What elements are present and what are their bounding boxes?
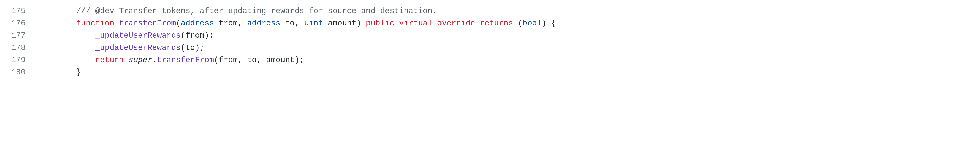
token [323, 19, 328, 28]
token [115, 19, 119, 28]
token [432, 19, 437, 28]
indent [38, 6, 76, 16]
line-number: 176 [0, 17, 38, 30]
token: ) { [542, 19, 556, 28]
code-content: /// @dev Transfer tokens, after updating… [38, 5, 980, 17]
token: , [295, 19, 304, 28]
token [124, 55, 129, 65]
token: to [285, 19, 294, 28]
code-content: _updateUserRewards(from); [38, 30, 980, 42]
code-line: 176 function transferFrom(address from, … [0, 17, 980, 30]
code-content: } [38, 66, 980, 78]
code-line: 175 /// @dev Transfer tokens, after upda… [0, 5, 980, 17]
line-number: 175 [0, 5, 38, 17]
code-content: return super.transferFrom(from, to, amou… [38, 54, 980, 66]
token: (to); [181, 43, 204, 52]
token: address [181, 19, 214, 28]
token [280, 19, 285, 28]
line-number: 177 [0, 30, 38, 42]
token: } [76, 68, 81, 77]
token: transferFrom [157, 55, 214, 65]
token: transferFrom [119, 19, 176, 28]
token: bool [523, 19, 542, 28]
token [513, 19, 518, 28]
token: return [95, 55, 124, 65]
indent [38, 43, 95, 52]
token: virtual [399, 19, 432, 28]
code-block: 175 /// @dev Transfer tokens, after upda… [0, 0, 980, 84]
token [394, 19, 399, 28]
indent [38, 31, 95, 40]
token: override [437, 19, 475, 28]
token: public [366, 19, 395, 28]
token: ) [356, 19, 366, 28]
token: (from, to, amount); [214, 55, 304, 65]
token: address [247, 19, 280, 28]
code-line: 177 _updateUserRewards(from); [0, 30, 980, 42]
code-line: 179 return super.transferFrom(from, to, … [0, 54, 980, 66]
token: ( [176, 19, 181, 28]
token: _updateUserRewards [95, 43, 181, 52]
token: amount [328, 19, 356, 28]
token: super [128, 55, 152, 65]
token: function [76, 19, 115, 28]
indent [38, 55, 95, 65]
code-content: _updateUserRewards(to); [38, 42, 980, 54]
token: , [238, 19, 247, 28]
token [475, 19, 480, 28]
line-number: 179 [0, 54, 38, 66]
token: _updateUserRewards [95, 31, 181, 40]
code-content: function transferFrom(address from, addr… [38, 17, 980, 30]
token: (from); [181, 31, 214, 40]
token: . [152, 55, 157, 65]
line-number: 178 [0, 42, 38, 54]
token: returns [480, 19, 513, 28]
code-line: 180 } [0, 66, 980, 78]
code-line: 178 _updateUserRewards(to); [0, 42, 980, 54]
token: ( [518, 19, 523, 28]
line-number: 180 [0, 66, 38, 78]
indent [38, 68, 76, 77]
indent [38, 19, 76, 28]
token [214, 19, 219, 28]
token: from [219, 19, 238, 28]
token: uint [304, 19, 323, 28]
token: /// @dev Transfer tokens, after updating… [76, 6, 437, 16]
